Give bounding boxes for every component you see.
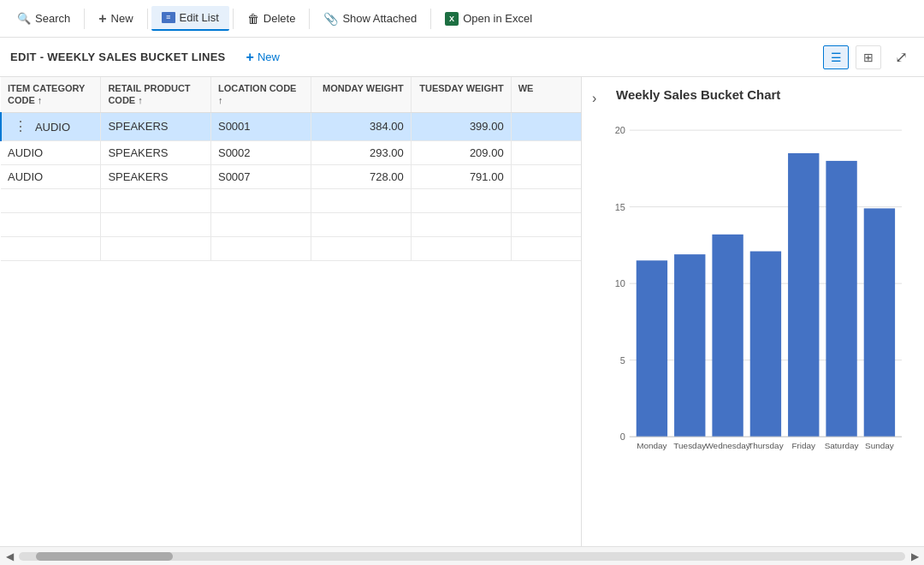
cell-retail: SPEAKERS <box>101 140 211 164</box>
cell-location: S0007 <box>210 164 311 188</box>
page-title: EDIT - WEEKLY SALES BUCKET LINES <box>10 51 226 63</box>
svg-text:0: 0 <box>620 431 625 442</box>
subheader-plus-icon: + <box>246 50 254 65</box>
table-row[interactable]: ⋮ AUDIOSPEAKERSS0001384.00399.00 <box>1 112 581 140</box>
cell-empty <box>210 188 311 212</box>
data-table: ITEM CATEGORY CODE ↑ RETAIL PRODUCT CODE… <box>0 77 581 261</box>
bar-rect <box>788 153 819 437</box>
cell-empty <box>210 236 311 260</box>
svg-text:5: 5 <box>620 355 625 366</box>
scrollbar-area: ◀ ▶ <box>0 546 924 565</box>
show-attached-button[interactable]: 📎 Show Attached <box>313 7 427 31</box>
scroll-left-icon: ◀ <box>6 550 14 562</box>
cell-empty <box>411 236 511 260</box>
tile-view-icon: ⊞ <box>863 51 874 64</box>
col-header-monday[interactable]: MONDAY WEIGHT <box>311 77 411 112</box>
cell-category: AUDIO <box>1 140 101 164</box>
toolbar-separator-1 <box>84 9 85 29</box>
delete-icon: 🗑 <box>247 12 259 26</box>
table-row-empty <box>1 188 581 212</box>
chart-title: Weekly Sales Bucket Chart <box>616 87 910 102</box>
cell-we <box>511 140 581 164</box>
cell-location: S0002 <box>210 140 311 164</box>
chart-container: 05101520MondayTuesdayWednesdayThursdayFr… <box>595 112 910 497</box>
open-excel-label: Open in Excel <box>463 12 532 25</box>
bar-rect <box>826 161 856 437</box>
toolbar: 🔍 Search + New ≡ Edit List 🗑 Delete 📎 Sh… <box>0 0 924 38</box>
cell-empty <box>210 212 311 236</box>
col-header-we[interactable]: WE <box>511 77 581 112</box>
delete-button[interactable]: 🗑 Delete <box>237 7 306 31</box>
edit-list-label: Edit List <box>180 11 219 24</box>
scroll-left-button[interactable]: ◀ <box>2 549 17 564</box>
list-view-icon: ☰ <box>831 51 842 64</box>
cell-empty <box>1 188 101 212</box>
cell-empty <box>1 236 101 260</box>
cell-tuesday: 209.00 <box>411 140 511 164</box>
x-axis-label: Thursday <box>748 441 783 450</box>
bar-rect <box>674 254 705 437</box>
bar-rect <box>712 235 743 437</box>
new-button[interactable]: + New <box>88 6 143 32</box>
cell-we <box>511 112 581 140</box>
cell-empty <box>101 188 211 212</box>
x-axis-label: Wednesday <box>705 441 749 450</box>
col-header-retail[interactable]: RETAIL PRODUCT CODE ↑ <box>101 77 211 112</box>
search-button[interactable]: 🔍 Search <box>7 7 80 30</box>
show-attached-label: Show Attached <box>342 12 417 25</box>
scroll-right-icon: ▶ <box>911 550 919 562</box>
cell-empty <box>1 212 101 236</box>
col-header-location[interactable]: LOCATION CODE ↑ <box>210 77 311 112</box>
scroll-right-button[interactable]: ▶ <box>907 549 922 564</box>
subheader-new-label: New <box>258 51 280 63</box>
bar-rect <box>750 252 781 437</box>
open-excel-button[interactable]: X Open in Excel <box>435 7 542 31</box>
bar-rect <box>864 208 895 437</box>
cell-monday: 293.00 <box>311 140 411 164</box>
chart-area: › Weekly Sales Bucket Chart 05101520Mond… <box>582 77 924 546</box>
scroll-track <box>19 552 905 561</box>
cell-retail: SPEAKERS <box>101 112 211 140</box>
edit-list-button[interactable]: ≡ Edit List <box>151 6 229 31</box>
header-row: ITEM CATEGORY CODE ↑ RETAIL PRODUCT CODE… <box>1 77 581 112</box>
cell-empty <box>101 236 211 260</box>
row-options-button[interactable]: ⋮ <box>9 118 33 135</box>
x-axis-label: Sunday <box>865 441 894 450</box>
cell-empty <box>411 212 511 236</box>
col-header-category[interactable]: ITEM CATEGORY CODE ↑ <box>1 77 101 112</box>
cell-retail: SPEAKERS <box>101 164 211 188</box>
chart-nav-button[interactable]: › <box>589 87 600 110</box>
subheader-new-button[interactable]: + New <box>240 46 287 68</box>
svg-text:15: 15 <box>615 202 625 212</box>
delete-label: Delete <box>264 12 296 25</box>
x-axis-label: Saturday <box>825 441 859 450</box>
main-content: ITEM CATEGORY CODE ↑ RETAIL PRODUCT CODE… <box>0 77 924 546</box>
cell-empty <box>511 188 581 212</box>
x-axis-label: Friday <box>791 441 815 450</box>
paperclip-icon: 📎 <box>323 12 338 26</box>
cell-tuesday: 399.00 <box>411 112 511 140</box>
scroll-thumb[interactable] <box>36 552 173 561</box>
table-row[interactable]: AUDIOSPEAKERSS0007728.00791.00 <box>1 164 581 188</box>
cell-monday: 384.00 <box>311 112 411 140</box>
table-row-empty <box>1 236 581 260</box>
svg-text:10: 10 <box>615 278 625 288</box>
svg-text:20: 20 <box>615 125 625 135</box>
table-area: ITEM CATEGORY CODE ↑ RETAIL PRODUCT CODE… <box>0 77 582 546</box>
excel-icon: X <box>445 12 459 26</box>
cell-category: AUDIO <box>1 164 101 188</box>
cell-empty <box>511 236 581 260</box>
toolbar-separator-2 <box>147 9 148 29</box>
col-header-tuesday[interactable]: TUESDAY WEIGHT <box>411 77 511 112</box>
table-header: ITEM CATEGORY CODE ↑ RETAIL PRODUCT CODE… <box>1 77 581 112</box>
cell-empty <box>311 236 411 260</box>
cell-category: ⋮ AUDIO <box>1 112 101 140</box>
table-row[interactable]: AUDIOSPEAKERSS0002293.00209.00 <box>1 140 581 164</box>
search-label: Search <box>35 12 70 25</box>
expand-button[interactable]: ⤢ <box>888 45 914 69</box>
list-view-button[interactable]: ☰ <box>823 45 849 69</box>
empty-table-space <box>0 261 581 546</box>
cell-empty <box>311 212 411 236</box>
subheader-right: ☰ ⊞ ⤢ <box>823 45 914 69</box>
tile-view-button[interactable]: ⊞ <box>856 45 881 69</box>
